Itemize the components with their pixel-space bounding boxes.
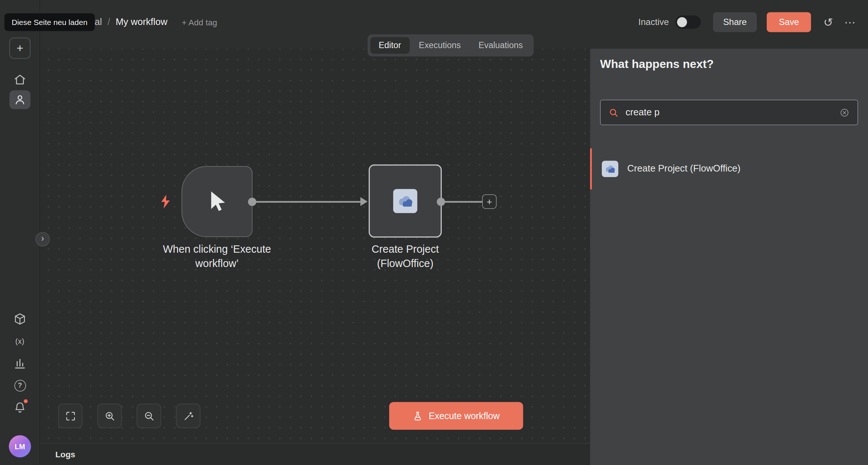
node-create-project[interactable]	[369, 165, 442, 238]
sidebar-item-home[interactable]	[10, 70, 30, 89]
connection-line	[252, 201, 362, 202]
breadcrumb-separator: /	[108, 17, 110, 28]
fit-view-button[interactable]	[58, 404, 82, 428]
search-icon	[608, 107, 619, 118]
variables-icon: (x)	[15, 337, 25, 345]
action-output-endpoint[interactable]	[437, 198, 445, 206]
share-button[interactable]: Share	[713, 12, 757, 32]
panel-title: What happens next?	[600, 58, 714, 71]
sidebar-item-notifications[interactable]	[10, 398, 30, 417]
clear-search-icon[interactable]	[839, 107, 850, 118]
chevron-right-icon: ›	[41, 234, 44, 243]
execute-workflow-button[interactable]: Execute workflow	[389, 402, 523, 430]
search-input[interactable]	[626, 107, 833, 118]
expand-panel-button[interactable]: ›	[35, 232, 50, 246]
add-node-button[interactable]: +	[482, 194, 496, 209]
connection-arrow	[361, 197, 368, 206]
wand-icon	[182, 410, 194, 422]
result-label: Create Project (FlowOffice)	[627, 163, 741, 174]
flowoffice-icon	[602, 161, 618, 177]
trigger-bolt-icon	[159, 194, 172, 209]
add-tag-button[interactable]: + Add tag	[182, 17, 217, 27]
zoom-out-button[interactable]	[137, 404, 161, 428]
zoom-in-button[interactable]	[97, 404, 122, 428]
activation-toggle[interactable]	[676, 15, 701, 29]
avatar[interactable]: LM	[9, 435, 31, 457]
sidebar-item-variables[interactable]: (x)	[10, 332, 30, 350]
fit-view-icon	[65, 410, 76, 422]
flowoffice-icon	[393, 189, 417, 213]
tab-editor[interactable]: Editor	[370, 37, 409, 54]
help-icon: ?	[14, 380, 26, 392]
search-result-item[interactable]: Create Project (FlowOffice)	[590, 148, 868, 190]
workflow-canvas[interactable]	[40, 49, 590, 443]
user-icon	[13, 93, 26, 106]
activation-status-label: Inactive	[638, 17, 669, 27]
history-icon[interactable]: ↺	[824, 16, 833, 28]
sidebar-item-insights[interactable]	[10, 354, 30, 372]
connection-stub	[441, 201, 483, 202]
node-manual-trigger[interactable]	[182, 166, 253, 237]
main-sidebar: + (x) ?	[0, 0, 40, 465]
node-picker-panel: What happens next? Create Project (FlowO…	[590, 49, 868, 465]
tab-evaluations[interactable]: Evaluations	[470, 37, 531, 54]
trigger-output-endpoint[interactable]	[248, 198, 256, 206]
tidy-up-button[interactable]	[176, 404, 200, 428]
logs-panel-header[interactable]: Logs	[40, 443, 590, 465]
node-search-box	[600, 100, 858, 125]
zoom-in-icon	[104, 410, 116, 422]
cursor-icon	[204, 189, 229, 214]
sidebar-item-help[interactable]: ?	[10, 376, 30, 395]
topbar-actions: Inactive Share Save ↺ ⋯	[638, 0, 856, 44]
logs-label: Logs	[55, 450, 75, 459]
notification-dot	[24, 399, 28, 403]
workflow-name[interactable]: My workflow	[116, 17, 167, 28]
package-icon	[13, 312, 26, 325]
execute-workflow-label: Execute workflow	[428, 411, 500, 421]
save-button[interactable]: Save	[767, 12, 811, 32]
toggle-knob	[677, 17, 687, 27]
view-tabbar: Editor Executions Evaluations	[368, 34, 534, 56]
sidebar-item-templates[interactable]	[10, 310, 30, 328]
trigger-node-label: When clicking ‘Execute workflow’	[145, 242, 289, 271]
tab-executions[interactable]: Executions	[411, 37, 469, 54]
app-window: + (x) ?	[0, 0, 868, 465]
action-node-label: Create Project (FlowOffice)	[355, 242, 455, 271]
more-options-icon[interactable]: ⋯	[844, 17, 856, 28]
breadcrumb: onal / My workflow + Add tag	[84, 0, 217, 44]
bar-chart-icon	[13, 357, 26, 370]
flask-icon	[413, 411, 423, 421]
add-workflow-button[interactable]: +	[10, 38, 30, 59]
sidebar-item-personal[interactable]	[10, 90, 30, 109]
home-icon	[13, 73, 26, 86]
reload-page-tooltip: Diese Seite neu laden	[4, 13, 95, 31]
zoom-out-icon	[143, 410, 155, 422]
